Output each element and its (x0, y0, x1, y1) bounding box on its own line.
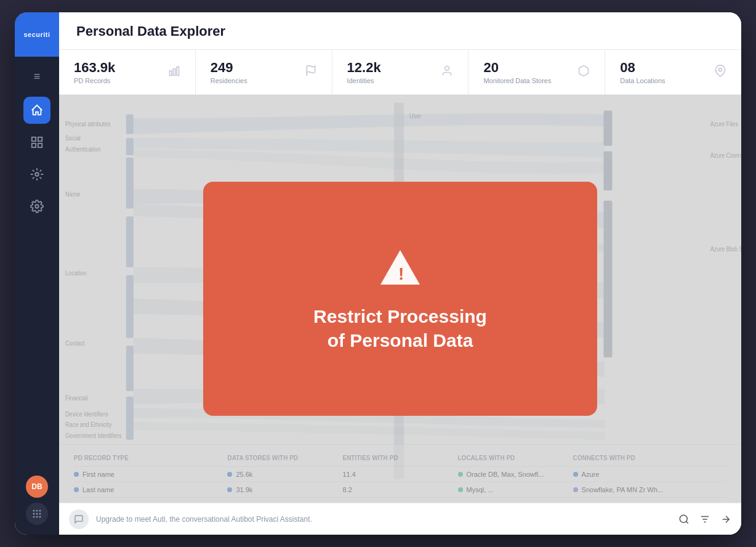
stat-data-locations-label: Data Locations (620, 77, 707, 84)
filter-button[interactable] (699, 514, 710, 525)
svg-rect-15 (169, 71, 171, 76)
svg-text:!: ! (398, 264, 404, 283)
restrict-processing-modal: ! Restrict Processing of Personal Data (203, 182, 597, 416)
stat-pd-records-label: PD Records (74, 77, 161, 84)
svg-point-4 (35, 172, 39, 176)
modal-overlay: ! Restrict Processing of Personal Data (59, 95, 741, 503)
user-avatar[interactable]: DB (26, 476, 48, 498)
modal-title: Restrict Processing of Personal Data (313, 304, 487, 352)
sidebar-bottom: DB (26, 476, 48, 525)
stat-data-stores[interactable]: 20 Monitored Data Stores (468, 50, 605, 94)
page-title: Personal Data Explorer (76, 23, 724, 39)
sidebar: securiti ≡ (15, 12, 59, 535)
content-area: Physical attributes Social Authenticatio… (59, 95, 741, 503)
svg-point-11 (39, 513, 41, 515)
warning-triangle-icon: ! (378, 245, 422, 290)
bars-icon (168, 65, 180, 80)
stat-pd-records[interactable]: 163.9k PD Records (59, 50, 196, 94)
svg-rect-2 (32, 144, 36, 147)
stat-pd-records-value: 163.9k (74, 60, 161, 76)
stat-data-locations-value: 08 (620, 60, 707, 76)
bottom-bar-text: Upgrade to meet Auti, the conversational… (96, 515, 671, 524)
page-header: Personal Data Explorer (59, 12, 741, 50)
stat-data-locations[interactable]: 08 Data Locations (605, 50, 741, 94)
sidebar-item-tools[interactable] (23, 161, 50, 188)
svg-rect-3 (38, 144, 42, 147)
svg-rect-1 (38, 137, 42, 141)
sidebar-nav (23, 92, 50, 476)
svg-point-6 (33, 510, 35, 512)
stats-bar: 163.9k PD Records 249 Residencies (59, 50, 741, 95)
menu-toggle[interactable]: ≡ (15, 62, 59, 92)
grid-button[interactable] (26, 503, 48, 525)
person-icon (441, 65, 453, 80)
svg-point-7 (36, 510, 38, 512)
svg-point-12 (33, 516, 35, 518)
stat-identities-label: Identities (347, 77, 434, 84)
arrow-right-button[interactable] (720, 514, 731, 525)
pin-icon (714, 65, 726, 80)
search-button[interactable] (678, 514, 690, 525)
stat-data-stores-label: Monitored Data Stores (483, 77, 570, 84)
stat-residencies-value: 249 (211, 60, 297, 76)
svg-rect-16 (173, 68, 175, 75)
bottom-bar: Upgrade to meet Auti, the conversational… (59, 503, 741, 535)
stat-data-stores-value: 20 (483, 60, 570, 76)
sidebar-logo[interactable]: securiti (15, 12, 59, 57)
stat-identities-value: 12.2k (347, 60, 434, 76)
logo-text: securiti (23, 31, 50, 38)
svg-point-19 (445, 66, 449, 70)
svg-point-14 (39, 516, 41, 518)
svg-point-5 (35, 205, 39, 208)
stat-residencies[interactable]: 249 Residencies (196, 50, 332, 94)
svg-rect-17 (177, 67, 179, 75)
svg-point-9 (33, 513, 35, 515)
svg-point-13 (36, 516, 38, 518)
flag-icon (305, 65, 317, 80)
svg-point-20 (718, 68, 722, 71)
stat-identities[interactable]: 12.2k Identities (332, 50, 469, 94)
cube-icon (577, 65, 590, 80)
svg-point-10 (36, 513, 38, 515)
sidebar-item-settings[interactable] (23, 193, 50, 220)
sidebar-item-home[interactable] (23, 97, 50, 124)
svg-point-47 (680, 515, 687, 522)
svg-line-48 (686, 521, 688, 523)
chat-bubble-icon (69, 509, 89, 529)
bottom-actions (678, 514, 731, 525)
svg-point-8 (39, 510, 41, 512)
sidebar-item-dashboard[interactable] (23, 129, 50, 156)
svg-rect-0 (32, 137, 36, 141)
main-content: Personal Data Explorer 163.9k PD Records (59, 12, 741, 535)
stat-residencies-label: Residencies (211, 77, 297, 84)
